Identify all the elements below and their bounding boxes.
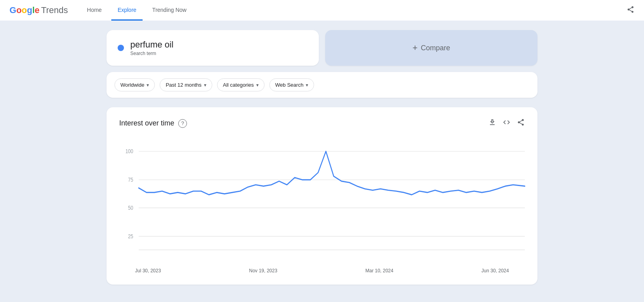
x-label-3: Mar 10, 2024 (366, 268, 394, 274)
main-content: perfume oil Search term + Compare Worldw… (100, 21, 544, 294)
location-filter[interactable]: Worldwide ▾ (114, 78, 155, 91)
embed-button[interactable] (503, 118, 511, 128)
help-icon[interactable]: ? (178, 119, 187, 128)
chart-title: Interest over time (119, 119, 174, 127)
search-term-text: perfume oil (130, 40, 173, 50)
interest-over-time-section: Interest over time ? (107, 107, 537, 285)
header: Google Trends Home Explore Trending Now (0, 0, 644, 21)
x-label-2: Nov 19, 2023 (249, 268, 277, 274)
compare-label: Compare (421, 44, 450, 52)
chart-title-area: Interest over time ? (119, 119, 187, 128)
time-range-chevron-icon: ▾ (204, 82, 206, 88)
main-nav: Home Explore Trending Now (81, 0, 193, 21)
header-share-icon[interactable] (627, 6, 634, 15)
svg-text:75: 75 (128, 177, 133, 183)
svg-text:100: 100 (126, 148, 133, 154)
svg-text:25: 25 (128, 233, 133, 239)
share-button[interactable] (517, 118, 525, 128)
search-term-type: Search term (130, 51, 173, 56)
logo[interactable]: Google Trends (10, 5, 68, 15)
logo-trends-text: Trends (41, 5, 68, 15)
chart-container: 100 75 50 25 Jul 30, 2023 Nov 19, 2023 (119, 138, 525, 274)
x-axis-labels: Jul 30, 2023 Nov 19, 2023 Mar 10, 2024 J… (119, 268, 525, 274)
x-label-4: Jun 30, 2024 (482, 268, 509, 274)
svg-text:50: 50 (128, 205, 133, 211)
search-type-filter-label: Web Search (275, 82, 303, 88)
search-compare-area: perfume oil Search term + Compare (107, 30, 537, 66)
nav-home[interactable]: Home (81, 0, 108, 21)
search-term-info: perfume oil Search term (130, 40, 173, 56)
search-box: perfume oil Search term (107, 30, 319, 66)
download-button[interactable] (488, 118, 496, 128)
chart-header: Interest over time ? (119, 118, 525, 128)
location-chevron-icon: ▾ (147, 82, 149, 88)
categories-filter[interactable]: All categories ▾ (217, 78, 265, 91)
chart-actions (488, 118, 525, 128)
search-type-chevron-icon: ▾ (306, 82, 308, 88)
time-range-filter[interactable]: Past 12 months ▾ (160, 78, 212, 91)
trend-chart-svg: 100 75 50 25 (119, 138, 525, 264)
nav-explore[interactable]: Explore (111, 0, 143, 21)
categories-chevron-icon: ▾ (256, 82, 259, 88)
nav-trending-now[interactable]: Trending Now (146, 0, 193, 21)
compare-box[interactable]: + Compare (325, 30, 537, 66)
search-type-filter[interactable]: Web Search ▾ (269, 78, 314, 91)
time-range-filter-label: Past 12 months (166, 82, 201, 88)
location-filter-label: Worldwide (120, 82, 144, 88)
categories-filter-label: All categories (223, 82, 254, 88)
x-label-1: Jul 30, 2023 (135, 268, 161, 274)
filters-bar: Worldwide ▾ Past 12 months ▾ All categor… (107, 72, 537, 98)
compare-plus-icon: + (413, 43, 418, 53)
search-dot-indicator (118, 45, 124, 51)
